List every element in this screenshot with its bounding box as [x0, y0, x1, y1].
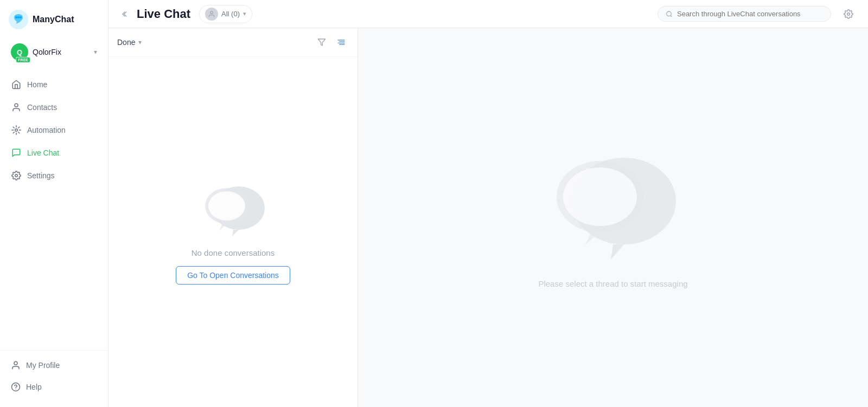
sidebar-item-live-chat[interactable]: Live Chat	[4, 142, 104, 164]
content-area: Done ▾	[108, 28, 868, 407]
filter-label: All (0)	[221, 10, 240, 18]
svg-point-21	[208, 191, 245, 221]
sidebar-item-contacts-label: Contacts	[27, 103, 57, 112]
sidebar-item-home[interactable]: Home	[4, 74, 104, 95]
go-to-open-conversations-button[interactable]: Go To Open Conversations	[176, 266, 290, 285]
sidebar-item-automation[interactable]: Automation	[4, 119, 104, 141]
status-chevron-icon: ▾	[138, 38, 142, 46]
page-title: Live Chat	[137, 7, 190, 21]
svg-point-2	[17, 16, 20, 18]
main-area: Live Chat All (0) ▾	[108, 0, 868, 407]
chevron-down-icon: ▾	[94, 48, 97, 56]
filter-button[interactable]	[314, 35, 329, 50]
filter-icon	[317, 38, 326, 47]
profile-icon	[11, 360, 21, 370]
sidebar-item-home-label: Home	[27, 80, 47, 89]
sidebar-nav: Home Contacts Automation	[0, 72, 108, 350]
empty-chat-bubbles-icon	[195, 180, 271, 240]
search-bar[interactable]	[658, 6, 831, 22]
svg-point-4	[15, 104, 18, 107]
svg-point-7	[14, 361, 17, 365]
help-icon	[11, 382, 21, 392]
conversation-list-actions	[314, 35, 349, 50]
status-dropdown[interactable]: Done ▾	[117, 38, 142, 47]
logo-text: ManyChat	[33, 15, 74, 24]
status-label: Done	[117, 38, 135, 47]
sort-button[interactable]	[334, 35, 349, 50]
help-label: Help	[26, 383, 42, 391]
sidebar-item-live-chat-label: Live Chat	[27, 148, 59, 157]
search-icon	[666, 10, 673, 18]
filter-dropdown[interactable]: All (0) ▾	[199, 5, 252, 23]
conversation-list-panel: Done ▾	[108, 28, 358, 407]
message-area-panel: Please select a thread to start messagin…	[358, 28, 868, 407]
svg-marker-14	[318, 39, 325, 46]
svg-point-3	[20, 16, 22, 18]
workspace-avatar: Q FREE	[11, 43, 28, 61]
sort-icon	[337, 38, 346, 47]
svg-point-11	[667, 11, 672, 16]
empty-state-left: No done conversations Go To Open Convers…	[108, 57, 358, 407]
manychat-logo-icon	[9, 10, 28, 29]
sidebar-item-automation-label: Automation	[27, 126, 66, 134]
help-item[interactable]: Help	[4, 377, 104, 397]
my-profile-item[interactable]: My Profile	[4, 355, 104, 376]
sidebar-logo: ManyChat	[0, 0, 108, 39]
sidebar-item-settings[interactable]: Settings	[4, 165, 104, 186]
svg-line-12	[671, 15, 672, 16]
filter-chevron-icon: ▾	[243, 10, 246, 17]
sidebar-item-contacts[interactable]: Contacts	[4, 96, 104, 118]
conversation-list-header: Done ▾	[108, 28, 358, 57]
live-chat-icon	[11, 147, 22, 158]
search-input[interactable]	[677, 10, 823, 18]
svg-point-6	[15, 175, 18, 177]
automation-icon	[11, 125, 22, 135]
contacts-icon	[11, 102, 22, 113]
sidebar-item-settings-label: Settings	[27, 171, 55, 180]
free-badge: FREE	[16, 57, 30, 63]
home-icon	[11, 79, 22, 90]
collapse-sidebar-button[interactable]	[119, 10, 128, 18]
workspace-name: QolorFix	[33, 48, 90, 56]
settings-gear-button[interactable]	[840, 5, 857, 23]
no-conversations-text: No done conversations	[192, 248, 275, 257]
sidebar-bottom: My Profile Help	[0, 350, 108, 407]
svg-point-5	[15, 129, 18, 132]
right-panel-chat-bubbles-icon	[537, 147, 689, 266]
svg-point-13	[847, 12, 850, 15]
svg-point-1	[15, 16, 17, 18]
filter-avatar	[205, 8, 218, 21]
sidebar: ManyChat Q FREE QolorFix ▾ Home	[0, 0, 108, 407]
select-thread-text: Please select a thread to start messagin…	[538, 279, 687, 288]
svg-point-24	[563, 167, 637, 226]
svg-point-10	[210, 11, 213, 14]
workspace-selector[interactable]: Q FREE QolorFix ▾	[4, 39, 104, 65]
settings-nav-icon	[11, 170, 22, 181]
header: Live Chat All (0) ▾	[108, 0, 868, 28]
my-profile-label: My Profile	[26, 361, 60, 370]
